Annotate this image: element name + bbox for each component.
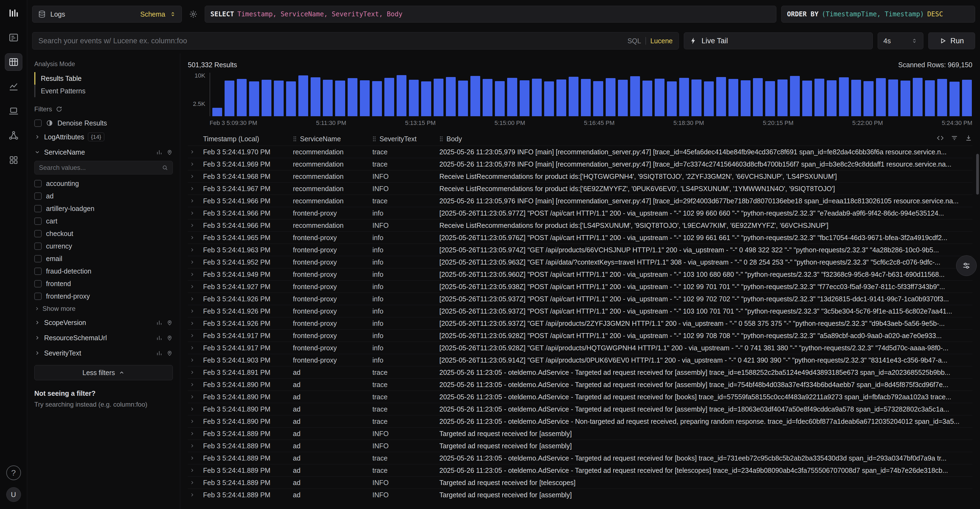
- log-row[interactable]: Feb 3 5:24:41.963 PMfrontend-proxyinfo[2…: [188, 243, 972, 256]
- row-expand-chevron-icon[interactable]: [188, 394, 203, 399]
- column-header-servicename[interactable]: ServiceName: [293, 135, 372, 143]
- log-row[interactable]: Feb 3 5:24:41.966 PMrecommendationtrace2…: [188, 195, 972, 207]
- checkbox[interactable]: [34, 205, 41, 212]
- checkbox[interactable]: [34, 180, 41, 187]
- log-row[interactable]: Feb 3 5:24:41.890 PMadtrace2025-05-26 11…: [188, 415, 972, 427]
- log-row[interactable]: Feb 3 5:24:41.965 PMfrontend-proxyinfo[2…: [188, 231, 972, 243]
- row-expand-chevron-icon[interactable]: [188, 247, 203, 253]
- log-row[interactable]: Feb 3 5:24:41.927 PMfrontend-proxyinfo[2…: [188, 280, 972, 293]
- checkbox[interactable]: [34, 218, 41, 225]
- pin-icon[interactable]: [166, 149, 173, 156]
- mini-bar-chart-icon[interactable]: [156, 149, 162, 156]
- row-expand-chevron-icon[interactable]: [188, 443, 203, 449]
- pin-icon[interactable]: [166, 319, 173, 326]
- lucene-mode-option[interactable]: Lucene: [650, 37, 673, 45]
- filter-value-search-input[interactable]: [39, 164, 162, 172]
- row-expand-chevron-icon[interactable]: [188, 198, 203, 204]
- row-expand-chevron-icon[interactable]: [188, 333, 203, 338]
- log-row[interactable]: Feb 3 5:24:41.891 PMadtrace2025-05-26 11…: [188, 366, 972, 379]
- less-filters-button[interactable]: Less filters: [34, 365, 173, 380]
- event-search[interactable]: SQL Lucene: [32, 32, 679, 49]
- row-expand-chevron-icon[interactable]: [188, 321, 203, 326]
- log-row[interactable]: Feb 3 5:24:41.903 PMfrontend-proxyinfo[2…: [188, 354, 972, 366]
- search-input[interactable]: [38, 37, 622, 45]
- refresh-interval-select[interactable]: 4s: [878, 32, 923, 49]
- log-row[interactable]: Feb 3 5:24:41.970 PMrecommendationtrace2…: [188, 146, 972, 158]
- mode-results-table[interactable]: Results Table: [34, 72, 173, 85]
- service-value-item[interactable]: ad: [34, 190, 173, 202]
- filter-lines-icon[interactable]: [951, 134, 958, 142]
- apps-grid-icon[interactable]: [5, 151, 22, 169]
- denoise-results-option[interactable]: Denoise Results: [34, 117, 173, 129]
- filter-value-search[interactable]: [34, 161, 173, 175]
- run-button[interactable]: Run: [928, 32, 975, 49]
- filter-group-resourceschemaurl[interactable]: ResourceSchemaUrl: [34, 330, 173, 345]
- row-expand-chevron-icon[interactable]: [188, 173, 203, 179]
- checkbox[interactable]: [34, 293, 41, 300]
- log-row[interactable]: Feb 3 5:24:41.890 PMadtrace2025-05-26 11…: [188, 379, 972, 391]
- filter-group-severitytext[interactable]: SeverityText: [34, 345, 173, 361]
- row-expand-chevron-icon[interactable]: [188, 357, 203, 363]
- log-row[interactable]: Feb 3 5:24:41.952 PMfrontend-proxyinfo[2…: [188, 256, 972, 268]
- log-row[interactable]: Feb 3 5:24:41.926 PMfrontend-proxyinfo[2…: [188, 293, 972, 305]
- histogram-bars[interactable]: [210, 73, 972, 116]
- checkbox[interactable]: [34, 280, 41, 288]
- service-value-item[interactable]: accounting: [34, 177, 173, 190]
- table-scrollbar[interactable]: [976, 154, 979, 195]
- service-value-item[interactable]: cart: [34, 215, 173, 227]
- mini-bar-chart-icon[interactable]: [156, 334, 162, 341]
- row-expand-chevron-icon[interactable]: [188, 382, 203, 387]
- row-expand-chevron-icon[interactable]: [188, 418, 203, 424]
- refresh-icon[interactable]: [56, 106, 62, 113]
- source-select[interactable]: Logs Schema: [32, 6, 182, 22]
- log-row[interactable]: Feb 3 5:24:41.917 PMfrontend-proxyinfo[2…: [188, 342, 972, 354]
- log-row[interactable]: Feb 3 5:24:41.926 PMfrontend-proxyinfo[2…: [188, 305, 972, 317]
- service-value-item[interactable]: frontend-proxy: [34, 290, 173, 302]
- log-row[interactable]: Feb 3 5:24:41.889 PMadtrace2025-05-26 11…: [188, 452, 972, 464]
- log-row[interactable]: Feb 3 5:24:41.917 PMfrontend-proxyinfo[2…: [188, 329, 972, 342]
- user-avatar[interactable]: U: [6, 487, 21, 502]
- row-expand-chevron-icon[interactable]: [188, 149, 203, 154]
- log-row[interactable]: Feb 3 5:24:41.968 PMrecommendationINFORe…: [188, 170, 972, 182]
- checkbox[interactable]: [34, 230, 41, 237]
- column-header-severitytext[interactable]: SeverityText: [372, 135, 439, 143]
- checkbox[interactable]: [34, 119, 41, 127]
- service-value-item[interactable]: fraud-detection: [34, 265, 173, 277]
- help-icon[interactable]: ?: [6, 466, 21, 480]
- log-row[interactable]: Feb 3 5:24:41.890 PMadtrace2025-05-26 11…: [188, 403, 972, 415]
- log-row[interactable]: Feb 3 5:24:41.969 PMrecommendationtrace2…: [188, 158, 972, 170]
- checkbox[interactable]: [34, 192, 41, 200]
- log-row[interactable]: Feb 3 5:24:41.967 PMrecommendationINFORe…: [188, 182, 972, 195]
- row-expand-chevron-icon[interactable]: [188, 272, 203, 277]
- column-header-timestamp[interactable]: Timestamp (Local): [203, 135, 293, 143]
- row-expand-chevron-icon[interactable]: [188, 309, 203, 314]
- code-icon[interactable]: [937, 134, 944, 142]
- checkbox[interactable]: [34, 243, 41, 250]
- log-row[interactable]: Feb 3 5:24:41.966 PMfrontend-proxyinfo[2…: [188, 207, 972, 219]
- mode-event-patterns[interactable]: Event Patterns: [34, 85, 173, 97]
- gear-icon[interactable]: [187, 8, 200, 21]
- table-settings-floating-button[interactable]: [956, 255, 977, 276]
- service-value-item[interactable]: currency: [34, 240, 173, 252]
- filter-group-servicename[interactable]: ServiceName: [34, 145, 173, 160]
- service-value-item[interactable]: artillery-loadgen: [34, 202, 173, 215]
- service-value-item[interactable]: frontend: [34, 277, 173, 290]
- row-expand-chevron-icon[interactable]: [188, 455, 203, 461]
- log-row[interactable]: Feb 3 5:24:41.949 PMfrontend-proxyinfo[2…: [188, 268, 972, 280]
- live-tail-button[interactable]: Live Tail: [684, 32, 873, 49]
- log-row[interactable]: Feb 3 5:24:41.889 PMadINFOTargeted ad re…: [188, 488, 972, 501]
- orderby-query-box[interactable]: ORDER BY(TimestampTime, Timestamp)DESC: [781, 6, 975, 22]
- log-row[interactable]: Feb 3 5:24:41.926 PMfrontend-proxyinfo[2…: [188, 317, 972, 329]
- log-row[interactable]: Feb 3 5:24:41.966 PMrecommendationINFORe…: [188, 219, 972, 231]
- filter-group-logattributes[interactable]: LogAttributes {14}: [34, 129, 173, 145]
- mini-bar-chart-icon[interactable]: [156, 350, 162, 356]
- line-chart-icon[interactable]: [5, 78, 22, 95]
- checkbox[interactable]: [34, 255, 41, 262]
- log-row[interactable]: Feb 3 5:24:41.889 PMadtrace2025-05-26 11…: [188, 464, 972, 476]
- row-expand-chevron-icon[interactable]: [188, 431, 203, 436]
- log-row[interactable]: Feb 3 5:24:41.889 PMadINFOTargeted ad re…: [188, 427, 972, 440]
- service-value-item[interactable]: email: [34, 252, 173, 265]
- filter-group-scopeversion[interactable]: ScopeVersion: [34, 315, 173, 330]
- row-expand-chevron-icon[interactable]: [188, 370, 203, 375]
- row-expand-chevron-icon[interactable]: [188, 468, 203, 473]
